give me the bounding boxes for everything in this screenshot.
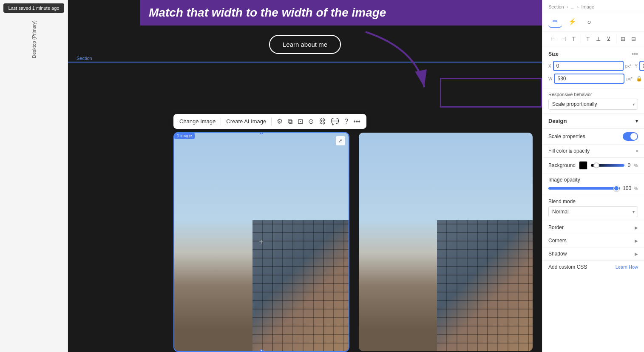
opacity-thumb[interactable] [613, 185, 619, 191]
left-sidebar: Last saved 1 minute ago Desktop (Primary… [0, 0, 68, 352]
shadow-row[interactable]: Shadow ▶ [542, 247, 644, 261]
corners-label: Corners [548, 238, 567, 244]
link-icon[interactable]: ⛓ [319, 118, 326, 125]
annotation-banner: Match that width to the width of the ima… [140, 0, 542, 26]
scale-properties-row: Scale properties [542, 129, 644, 145]
wh-fields: W px* 🔒 H px* [548, 74, 638, 84]
blend-label: Blend mode [548, 199, 638, 204]
align-right-button[interactable]: ⊤ [569, 34, 578, 43]
toolbar-divider-1 [221, 118, 221, 125]
last-saved-label: Last saved 1 minute ago [3, 3, 64, 13]
bg-slider-thumb[interactable] [593, 162, 599, 168]
w-unit: px* [626, 77, 632, 81]
align-middle-button[interactable]: ⊥ [594, 34, 603, 43]
border-row[interactable]: Border ▶ [542, 221, 644, 234]
border-label: Border [548, 224, 564, 230]
blend-select[interactable]: Normal [548, 206, 638, 217]
blend-select-wrapper: Normal ▾ [548, 206, 638, 217]
opacity-value: 100 [623, 185, 631, 191]
shadow-chevron: ▶ [635, 252, 638, 256]
resize-handle-br[interactable] [347, 349, 349, 352]
corners-chevron: ▶ [635, 238, 638, 243]
w-label: W [548, 77, 552, 81]
custom-css-row: Add custom CSS Learn How [542, 261, 644, 273]
alignment-divider [581, 34, 581, 43]
breadcrumb-ellipsis: ... [571, 4, 575, 9]
design-chevron[interactable]: ▾ [635, 118, 638, 124]
w-input[interactable] [554, 74, 624, 84]
blend-mode-row: Blend mode Normal ▾ [542, 195, 644, 221]
bulb-icon: ○ [587, 18, 591, 26]
panel-tabs: ✏ ⚡ ○ [542, 12, 644, 31]
size-section-header: Size ••• [548, 51, 638, 57]
building-image-right [359, 133, 533, 351]
building-grid-left [252, 220, 348, 351]
opacity-row: Image opacity 100 % [542, 173, 644, 195]
background-row: Background 0 % [542, 158, 644, 173]
tab-interact[interactable]: ⚡ [565, 16, 579, 28]
custom-css-label: Add custom CSS [548, 264, 587, 270]
align-bottom-button[interactable]: ⊻ [604, 34, 613, 43]
expand-icon[interactable]: ⤢ [336, 136, 345, 145]
shadow-label: Shadow [548, 251, 567, 257]
settings-icon[interactable]: ⚙ [277, 117, 283, 125]
help-icon[interactable]: ? [344, 118, 348, 125]
opacity-track-row: 100 % [548, 185, 638, 191]
x-label: X [548, 64, 551, 68]
breadcrumb-current: Image [581, 4, 594, 9]
size-section: Size ••• X px* Y px* W px* 🔒 H [542, 46, 644, 88]
distribute-v-button[interactable]: ⊟ [629, 34, 638, 43]
image-toolbar: Change Image Create AI Image ⚙ ⧉ ⊡ ⊙ ⛓ 💬… [173, 114, 366, 129]
scale-label: Scale properties [548, 133, 585, 139]
bg-color-swatch[interactable] [579, 161, 587, 170]
tab-style[interactable]: ✏ [548, 16, 562, 28]
responsive-select[interactable]: Scale proportionally [548, 99, 638, 110]
responsive-section: Responsive behavior Scale proportionally… [542, 88, 644, 114]
copy-icon[interactable]: ⧉ [288, 118, 292, 125]
bg-label: Background [548, 162, 576, 168]
paint-icon: ✏ [553, 17, 558, 25]
x-unit: px* [625, 64, 631, 68]
responsive-label: Responsive behavior [548, 92, 638, 97]
x-input[interactable] [553, 61, 624, 71]
y-input[interactable] [639, 61, 644, 71]
distribute-button[interactable]: ⊞ [619, 34, 628, 43]
section-label: Section [77, 56, 92, 61]
learn-how-link[interactable]: Learn How [616, 264, 638, 270]
images-container: 1 image ⤢ + ↻ [173, 132, 533, 352]
right-image-box [358, 132, 534, 352]
xy-fields: X px* Y px* [548, 61, 638, 71]
change-image-button[interactable]: Change Image [179, 118, 216, 125]
flash-icon: ⚡ [568, 18, 576, 26]
more-icon[interactable]: ••• [353, 118, 360, 125]
corners-row[interactable]: Corners ▶ [542, 234, 644, 247]
lock-icon[interactable]: 🔒 [636, 76, 642, 82]
create-ai-image-button[interactable]: Create AI Image [226, 118, 266, 125]
left-image-box[interactable]: 1 image ⤢ + ↻ [173, 132, 349, 352]
w-field: W px* [548, 74, 633, 84]
learn-about-me-button[interactable]: Learn about me [269, 35, 341, 54]
size-more-button[interactable]: ••• [632, 51, 638, 57]
image-label: 1 image [174, 133, 195, 139]
opacity-slider[interactable] [548, 187, 620, 190]
bg-value: 0 [628, 162, 631, 168]
align-left-button[interactable]: ⊢ [548, 34, 557, 43]
scale-toggle[interactable] [623, 132, 638, 141]
crop-icon[interactable]: ⊡ [298, 117, 303, 125]
y-label: Y [635, 64, 638, 68]
toggle-dot [630, 133, 637, 140]
opacity-label: Image opacity [548, 177, 638, 183]
resize-handle-bc[interactable] [260, 349, 263, 352]
comment-icon[interactable]: 💬 [331, 117, 339, 125]
resize-handle-bl[interactable] [173, 349, 176, 352]
bg-color-slider[interactable] [591, 164, 624, 167]
align-center-h-button[interactable]: ⊣ [559, 34, 568, 43]
y-field: Y px* [635, 61, 644, 71]
alignment-toolbar: ⊢ ⊣ ⊤ T ⊥ ⊻ ⊞ ⊟ [542, 31, 644, 46]
tab-settings[interactable]: ○ [582, 16, 596, 28]
fill-color-row[interactable]: Fill color & opacity ▾ [542, 145, 644, 158]
transform-icon[interactable]: ⊙ [308, 117, 314, 125]
align-text-button[interactable]: T [584, 34, 593, 43]
breadcrumb-arrow-2: › [577, 4, 579, 9]
canvas-area: 2020. Learn about me Section 1 image ⤢ + [68, 0, 542, 352]
